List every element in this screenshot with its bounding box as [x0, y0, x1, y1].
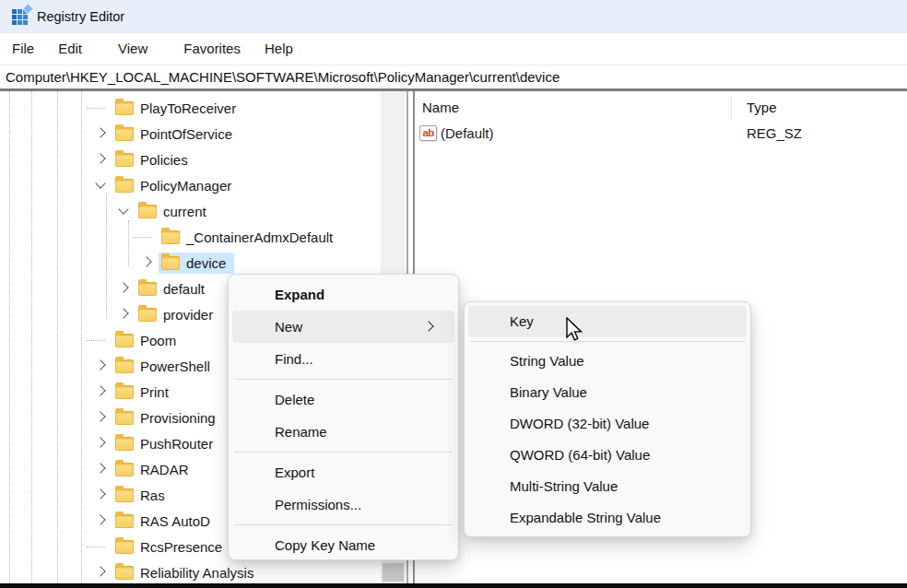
tree-item-label: PolicyManager [140, 178, 231, 194]
context-menu-item[interactable]: Delete [232, 383, 454, 416]
chevron-icon[interactable] [117, 307, 135, 322]
folder-icon [115, 385, 134, 399]
tree-item[interactable]: Reliability Analysis [0, 559, 381, 583]
chevron-icon[interactable] [117, 204, 135, 218]
folder-icon [115, 179, 134, 193]
list-header-row: Name Type [415, 91, 907, 123]
submenu-item[interactable]: QWORD (64-bit) Value [468, 440, 747, 471]
menubar-item[interactable]: Favorites [171, 33, 253, 65]
chevron-icon[interactable] [94, 100, 112, 115]
submenu-item-label: Key [510, 313, 534, 329]
submenu-item-label: Binary Value [510, 384, 587, 400]
tree-item-label: PointOfService [140, 126, 232, 142]
tree-item-label: Reliability Analysis [140, 565, 253, 581]
submenu-item[interactable]: Expandable String Value [468, 502, 747, 534]
folder-icon [115, 101, 134, 115]
address-input[interactable] [0, 65, 907, 88]
address-bar[interactable] [0, 65, 907, 88]
context-menu-item[interactable]: Copy Key Name [232, 529, 454, 561]
tree-item[interactable]: _ContainerAdmxDefault [0, 224, 381, 250]
tree-item-label: RAS AutoD [140, 513, 210, 529]
folder-icon [115, 488, 134, 502]
scrollbar-down-button[interactable] [383, 563, 404, 582]
chevron-icon[interactable] [94, 333, 112, 347]
value-row[interactable]: (Default) REG_SZ [415, 123, 907, 148]
chevron-icon[interactable] [117, 281, 135, 296]
registry-editor-icon [12, 9, 28, 25]
chevron-icon[interactable] [94, 178, 112, 193]
context-menu-item-label: Expand [275, 287, 324, 302]
menubar-item[interactable]: Edit [46, 33, 94, 65]
tree-item-label: Poom [140, 333, 176, 348]
tree-item-label: device [186, 255, 226, 271]
tree-item-label: current [163, 204, 206, 219]
folder-icon [115, 411, 134, 425]
submenu-item-label: String Value [510, 353, 584, 369]
menubar-item[interactable]: View [106, 33, 159, 65]
chevron-icon[interactable] [140, 229, 159, 244]
submenu-item-label: DWORD (32-bit) Value [510, 416, 649, 431]
chevron-icon[interactable] [140, 255, 159, 270]
tree-item-label: _ContainerAdmxDefault [186, 229, 333, 245]
tree-item[interactable]: PointOfService [0, 121, 381, 147]
submenu-item[interactable]: Binary Value [468, 377, 747, 408]
chevron-icon[interactable] [94, 126, 112, 141]
tree-item[interactable]: current [0, 198, 381, 224]
tree-item-label: RcsPresence [140, 539, 222, 555]
chevron-icon[interactable] [94, 565, 112, 580]
new-submenu: Key String Value Binary Value DWORD (32-… [464, 301, 751, 537]
context-menu-item[interactable]: New [232, 311, 454, 343]
chevron-icon[interactable] [94, 384, 112, 399]
chevron-icon[interactable] [94, 513, 112, 528]
submenu-item[interactable]: String Value [468, 346, 747, 377]
folder-icon [115, 514, 134, 528]
chevron-icon[interactable] [94, 436, 112, 451]
column-header-name[interactable]: Name [422, 100, 459, 115]
context-menu-item-label: New [275, 319, 302, 335]
chevron-icon[interactable] [94, 539, 112, 554]
chevron-icon[interactable] [94, 410, 112, 425]
context-menu-item[interactable]: Export [232, 456, 454, 488]
context-menu-item-label: Delete [275, 392, 314, 407]
context-menu: Expand New Find... Delete Rename [228, 274, 459, 560]
folder-icon [161, 256, 180, 270]
tree-item[interactable]: Policies [0, 147, 381, 172]
folder-icon [115, 540, 134, 554]
context-menu-item[interactable]: Rename [232, 416, 454, 448]
folder-icon [115, 566, 134, 580]
chevron-icon[interactable] [94, 488, 112, 502]
folder-icon [138, 205, 157, 218]
tree-item[interactable]: PlayToReceiver [0, 95, 381, 121]
folder-icon [115, 127, 134, 141]
tree-item-label: Ras [140, 488, 165, 503]
menu-separator [234, 379, 453, 380]
folder-icon [115, 437, 134, 451]
submenu-item[interactable]: Key [468, 306, 747, 337]
menubar-item[interactable]: File [0, 33, 46, 65]
chevron-icon[interactable] [94, 462, 112, 476]
context-menu-item-label: Copy Key Name [275, 537, 375, 553]
chevron-icon[interactable] [94, 152, 112, 167]
context-menu-item[interactable]: Expand [232, 278, 454, 311]
title-bar[interactable]: Registry Editor [0, 0, 907, 33]
column-header-type[interactable]: Type [747, 100, 777, 115]
value-name: (Default) [441, 125, 494, 141]
context-menu-item[interactable]: Find... [232, 343, 454, 375]
menubar-item[interactable]: Help [253, 33, 305, 65]
tree-item[interactable]: PolicyManager [0, 172, 381, 198]
column-divider[interactable] [731, 96, 732, 120]
submenu-item[interactable]: DWORD (32-bit) Value [468, 408, 747, 440]
folder-icon [138, 282, 157, 296]
chevron-icon[interactable] [94, 359, 112, 373]
scrollbar-thumb[interactable] [381, 91, 406, 274]
context-menu-item[interactable]: Permissions... [232, 488, 454, 521]
value-type: REG_SZ [747, 125, 802, 141]
tree-item-label: Provisioning [140, 410, 216, 426]
context-menu-item-label: Find... [275, 351, 313, 367]
tree-item-label: Print [140, 384, 169, 400]
folder-icon [115, 359, 134, 373]
folder-icon [138, 308, 157, 322]
tree-item[interactable]: device [0, 250, 381, 276]
window-title: Registry Editor [37, 9, 124, 24]
submenu-item[interactable]: Multi-String Value [468, 471, 747, 502]
